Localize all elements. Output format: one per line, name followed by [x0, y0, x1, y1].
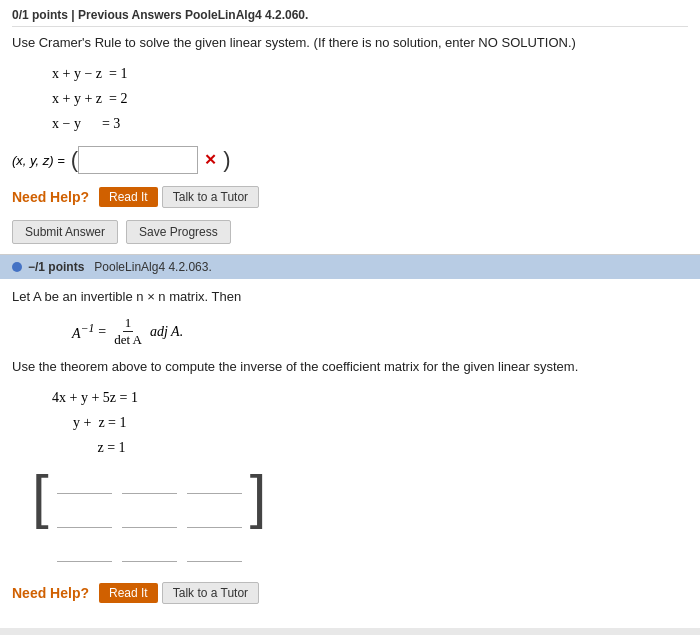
answer-input[interactable]	[78, 146, 198, 174]
answer-label: (x, y, z) =	[12, 153, 65, 168]
matrix-input-r1c3[interactable]	[187, 474, 242, 494]
section2-intro: Let A be an invertible n × n matrix. The…	[12, 287, 688, 307]
matrix-row-1	[57, 474, 242, 494]
open-paren: (	[71, 149, 78, 171]
talk-to-tutor-button-1[interactable]: Talk to a Tutor	[162, 186, 259, 208]
formula-adj: adj A.	[150, 324, 183, 340]
eq2-line-3: z = 1	[52, 435, 688, 460]
save-progress-button[interactable]: Save Progress	[126, 220, 231, 244]
need-help-label-2: Need Help?	[12, 585, 89, 601]
answer-row: (x, y, z) = ( ✕ )	[12, 146, 688, 174]
matrix-input-r2c3[interactable]	[187, 508, 242, 528]
bracket-right: ]	[250, 470, 267, 572]
matrix-input-r2c1[interactable]	[57, 508, 112, 528]
need-help-label-1: Need Help?	[12, 189, 89, 205]
x-mark-icon: ✕	[204, 151, 217, 169]
equation-block-2: 4x + y + 5z = 1 y + z = 1 z = 1	[52, 385, 688, 461]
need-help-row-2: Need Help? Read It Talk to a Tutor	[12, 582, 688, 604]
fraction-denominator: det A	[112, 332, 144, 349]
matrix-row-3	[57, 542, 242, 562]
need-help-row-1: Need Help? Read It Talk to a Tutor	[12, 186, 688, 208]
equation-line-2: x + y + z = 2	[52, 86, 688, 111]
formula-a: A−1	[72, 322, 94, 342]
submit-row: Submit Answer Save Progress	[12, 220, 688, 244]
matrix-input-r3c2[interactable]	[122, 542, 177, 562]
equation-block-1: x + y − z = 1 x + y + z = 2 x − y = 3	[52, 61, 688, 137]
talk-to-tutor-button-2[interactable]: Talk to a Tutor	[162, 582, 259, 604]
matrix-input-r3c3[interactable]	[187, 542, 242, 562]
matrix-inner	[49, 470, 250, 572]
section1-header-text: 0/1 points | Previous Answers PooleLinAl…	[12, 8, 308, 22]
fraction-numerator: 1	[123, 315, 134, 333]
matrix-input-r1c2[interactable]	[122, 474, 177, 494]
section2-course: PooleLinAlg4 4.2.063.	[94, 260, 211, 274]
eq2-line-2: y + z = 1	[52, 410, 688, 435]
dot-indicator	[12, 262, 22, 272]
bracket-left: [	[32, 470, 49, 572]
section1-header: 0/1 points | Previous Answers PooleLinAl…	[12, 8, 688, 27]
read-it-button-1[interactable]: Read It	[99, 187, 158, 207]
submit-answer-button[interactable]: Submit Answer	[12, 220, 118, 244]
matrix-bracket-wrap: [ ]	[32, 470, 688, 572]
section1-question: Use Cramer's Rule to solve the given lin…	[12, 33, 688, 53]
matrix-input-r1c1[interactable]	[57, 474, 112, 494]
close-paren: )	[223, 149, 230, 171]
fraction: 1 det A	[112, 315, 144, 350]
formula-equals: =	[98, 324, 106, 340]
matrix-row-2	[57, 508, 242, 528]
matrix-input-r3c1[interactable]	[57, 542, 112, 562]
equation-line-1: x + y − z = 1	[52, 61, 688, 86]
theorem-formula: A−1 = 1 det A adj A.	[42, 315, 688, 350]
matrix-input-r2c2[interactable]	[122, 508, 177, 528]
read-it-button-2[interactable]: Read It	[99, 583, 158, 603]
section2-header-bar: −/1 points PooleLinAlg4 4.2.063.	[0, 255, 700, 279]
section2-points: −/1 points	[28, 260, 84, 274]
section2-question-text: Use the theorem above to compute the inv…	[12, 357, 688, 377]
equation-line-3: x − y = 3	[52, 111, 688, 136]
eq2-line-1: 4x + y + 5z = 1	[52, 385, 688, 410]
